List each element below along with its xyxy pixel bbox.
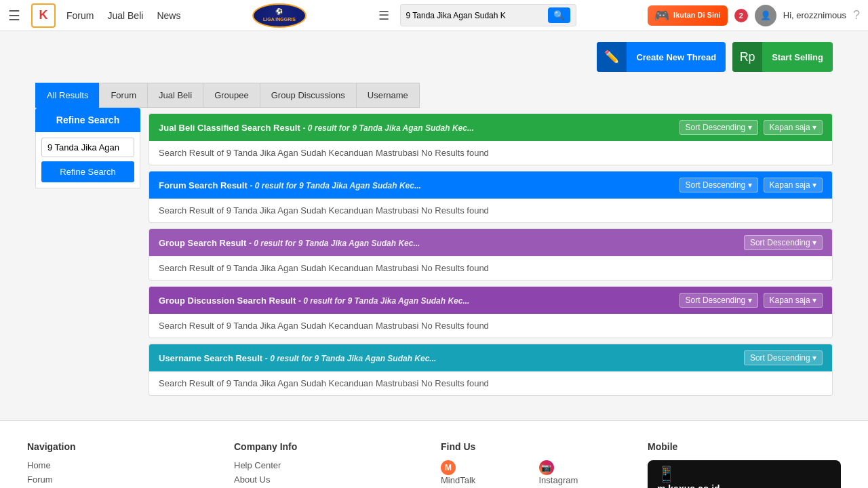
footer-find-us: Find Us M MindTalk 📷 Instagram 🐦 Forum 🐦… — [441, 441, 634, 488]
footer-find-us-title: Find Us — [441, 441, 634, 452]
username-result-header: Username Search Result - 0 result for 9 … — [149, 344, 832, 371]
search-button[interactable]: 🔍 — [548, 7, 570, 23]
footer-link-about-us[interactable]: About Us — [234, 474, 427, 485]
jual-beli-controls: Sort Descending ▾ Kapan saja ▾ — [679, 120, 823, 135]
nav-forum[interactable]: Forum — [66, 10, 94, 21]
sidebar: Refine Search Refine Search — [35, 108, 140, 396]
forum-result-section: Forum Search Result - 0 result for 9 Tan… — [149, 171, 833, 223]
instagram-icon: 📷 — [539, 460, 554, 475]
nav-news[interactable]: News — [157, 10, 180, 21]
sidebar-search-input[interactable] — [41, 138, 134, 157]
tab-group-discussions[interactable]: Group Discussions — [260, 83, 356, 108]
group-discussion-kapan-dropdown[interactable]: Kapan saja ▾ — [764, 293, 823, 308]
forum-result-header: Forum Search Result - 0 result for 9 Tan… — [149, 171, 832, 199]
start-selling-label: Start Selling — [762, 52, 833, 62]
footer: Navigation Home Forum Jual Beli Groupee … — [0, 420, 868, 488]
search-layout: Refine Search Refine Search Jual Beli Cl… — [35, 108, 833, 396]
phone-icon: 📱 — [657, 466, 675, 483]
site-logo[interactable]: K — [31, 3, 56, 28]
search-tabs: All Results Forum Jual Beli Groupee Grou… — [35, 83, 833, 108]
tab-jual-beli[interactable]: Jual Beli — [147, 83, 203, 108]
liga-logo: ⚽LIGA INGGRIS — [252, 3, 307, 28]
create-thread-icon: ✏️ — [597, 42, 627, 72]
footer-link-forum[interactable]: Forum — [27, 474, 220, 485]
liga-banner[interactable]: ⚽LIGA INGGRIS — [252, 3, 307, 28]
group-discussion-sort-dropdown[interactable]: Sort Descending ▾ — [679, 293, 758, 308]
jual-beli-result-body: Search Result of 9 Tanda Jika Agan Sudah… — [149, 141, 832, 165]
footer-nav-title: Navigation — [27, 441, 220, 452]
sidebar-refine-button[interactable]: Refine Search — [41, 161, 134, 182]
forum-controls: Sort Descending ▾ Kapan saja ▾ — [679, 178, 823, 192]
create-thread-button[interactable]: ✏️ Create New Thread — [597, 42, 726, 72]
group-discussion-controls: Sort Descending ▾ Kapan saja ▾ — [679, 293, 823, 308]
jual-beli-result-title: Jual Beli Classified Search Result - 0 r… — [159, 123, 474, 133]
footer-company: Company Info Help Center About Us Advert… — [234, 441, 427, 488]
footer-company-title: Company Info — [234, 441, 427, 452]
group-discussion-result-title: Group Discussion Search Result - 0 resul… — [159, 296, 469, 306]
footer-link-home[interactable]: Home — [27, 460, 220, 470]
help-icon[interactable]: ? — [853, 8, 860, 22]
header: ☰ K Forum Jual Beli News ⚽LIGA INGGRIS ☰… — [0, 0, 868, 31]
main-nav: Forum Jual Beli News — [66, 10, 180, 21]
footer-grid: Navigation Home Forum Jual Beli Groupee … — [27, 441, 841, 488]
tab-all-results[interactable]: All Results — [35, 83, 99, 108]
search-input[interactable] — [406, 11, 542, 20]
group-result-section: Group Search Result - 0 result for 9 Tan… — [149, 228, 833, 281]
create-thread-label: Create New Thread — [627, 52, 726, 62]
tab-username[interactable]: Username — [356, 83, 420, 108]
group-discussion-result-body: Search Result of 9 Tanda Jika Agan Sudah… — [149, 314, 832, 338]
group-sort-dropdown[interactable]: Sort Descending ▾ — [744, 235, 823, 250]
social-instagram[interactable]: 📷 Instagram — [539, 460, 635, 485]
username-result-body: Search Result of 9 Tanda Jika Agan Sudah… — [149, 371, 832, 395]
group-discussion-result-section: Group Discussion Search Result - 0 resul… — [149, 286, 833, 338]
results-panel: Jual Beli Classified Search Result - 0 r… — [149, 108, 833, 396]
tab-groupee[interactable]: Groupee — [203, 83, 260, 108]
group-discussion-result-header: Group Discussion Search Result - 0 resul… — [149, 287, 832, 314]
header-right: 🎮 Ikutan Di Sini 2 👤 Hi, erozznimous ? — [648, 5, 860, 26]
forum-kapan-dropdown[interactable]: Kapan saja ▾ — [764, 178, 823, 192]
sidebar-title: Refine Search — [35, 108, 140, 132]
ikutan-banner[interactable]: 🎮 Ikutan Di Sini — [648, 5, 728, 26]
mindtalk-icon: M — [441, 460, 456, 475]
footer-mobile-title: Mobile — [648, 441, 841, 452]
footer-navigation: Navigation Home Forum Jual Beli Groupee … — [27, 441, 220, 488]
jual-beli-result-header: Jual Beli Classified Search Result - 0 r… — [149, 114, 832, 141]
jual-beli-result-section: Jual Beli Classified Search Result - 0 r… — [149, 113, 833, 165]
user-avatar[interactable]: 👤 — [755, 5, 776, 26]
group-result-title: Group Search Result - 0 result for 9 Tan… — [159, 238, 420, 248]
footer-mobile: Mobile 📱 m.kaxus.co.id ▶ GET IT ON Googl… — [648, 441, 841, 488]
start-selling-icon: Rp — [732, 42, 762, 72]
group-controls: Sort Descending ▾ — [744, 235, 823, 250]
mobile-url-button[interactable]: 📱 m.kaxus.co.id — [648, 460, 841, 488]
group-result-header: Group Search Result - 0 result for 9 Tan… — [149, 229, 832, 256]
hamburger-icon[interactable]: ☰ — [8, 7, 20, 24]
jual-beli-sort-dropdown[interactable]: Sort Descending ▾ — [679, 120, 758, 135]
username-sort-dropdown[interactable]: Sort Descending ▾ — [744, 350, 823, 365]
search-box[interactable]: 🔍 — [400, 4, 576, 26]
main-container: ✏️ Create New Thread Rp Start Selling Al… — [27, 31, 841, 407]
menu-icon[interactable]: ☰ — [378, 8, 389, 23]
tab-forum[interactable]: Forum — [99, 83, 147, 108]
username-result-title: Username Search Result - 0 result for 9 … — [159, 353, 436, 363]
start-selling-button[interactable]: Rp Start Selling — [732, 42, 833, 72]
username-result-section: Username Search Result - 0 result for 9 … — [149, 344, 833, 396]
ikutan-text: Ikutan Di Sini — [673, 10, 721, 20]
sidebar-input-area: Refine Search — [35, 132, 140, 188]
username-controls: Sort Descending ▾ — [744, 350, 823, 365]
jual-beli-kapan-dropdown[interactable]: Kapan saja ▾ — [764, 120, 823, 135]
footer-link-help-center[interactable]: Help Center — [234, 460, 427, 470]
notification-badge[interactable]: 2 — [734, 9, 748, 22]
forum-sort-dropdown[interactable]: Sort Descending ▾ — [679, 178, 758, 192]
action-buttons: ✏️ Create New Thread Rp Start Selling — [35, 42, 833, 72]
forum-result-title: Forum Search Result - 0 result for 9 Tan… — [159, 180, 421, 190]
forum-result-body: Search Result of 9 Tanda Jika Agan Sudah… — [149, 199, 832, 222]
social-mindtalk[interactable]: M MindTalk — [441, 460, 536, 485]
group-result-body: Search Result of 9 Tanda Jika Agan Sudah… — [149, 256, 832, 280]
user-greeting[interactable]: Hi, erozznimous — [783, 10, 846, 20]
nav-jual-beli[interactable]: Jual Beli — [107, 10, 143, 21]
